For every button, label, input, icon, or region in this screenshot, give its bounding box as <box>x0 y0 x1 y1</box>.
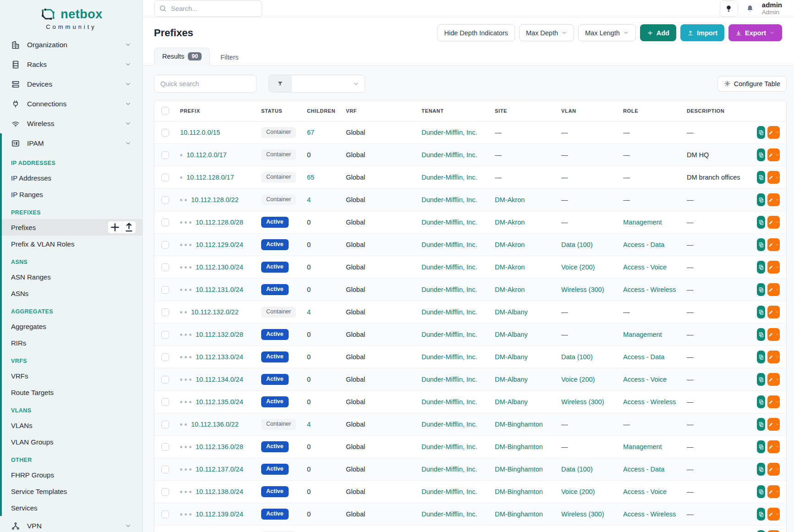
vlan-link[interactable]: Voice (200) <box>561 263 595 271</box>
column-header-children[interactable]: CHILDREN <box>302 100 341 121</box>
filter-funnel-button[interactable] <box>269 75 291 92</box>
edit-button[interactable] <box>767 126 780 139</box>
prefix-link[interactable]: 10.112.0.0/17 <box>186 151 227 159</box>
children-count-link[interactable]: 67 <box>307 129 314 136</box>
column-header-role[interactable]: ROLE <box>619 100 682 121</box>
role-link[interactable]: Access - Data <box>623 353 664 361</box>
site-link[interactable]: DM-Albany <box>495 308 528 316</box>
sidebar-item-ipam[interactable]: IPAM <box>2 133 142 153</box>
theme-toggle-button[interactable] <box>720 0 738 17</box>
clone-button[interactable] <box>757 373 765 386</box>
column-header-vrf[interactable]: VRF <box>341 100 417 121</box>
tab-results[interactable]: Results 90 <box>154 48 210 66</box>
clone-button[interactable] <box>757 463 765 476</box>
row-checkbox[interactable] <box>161 151 169 159</box>
children-count-link[interactable]: 4 <box>307 308 311 316</box>
role-link[interactable]: Access - Wireless <box>623 510 676 518</box>
site-link[interactable]: DM-Akron <box>495 241 525 248</box>
sidebar-item-ip-addresses[interactable]: IP Addresses <box>2 170 142 186</box>
column-header-description[interactable]: DESCRIPTION <box>682 100 752 121</box>
tenant-link[interactable]: Dunder-Mifflin, Inc. <box>422 443 477 450</box>
edit-button[interactable] <box>767 395 780 408</box>
sidebar-item-prefixes[interactable]: Prefixes <box>2 219 142 236</box>
prefix-link[interactable]: 10.112.133.0/24 <box>196 353 243 361</box>
edit-button[interactable] <box>767 485 780 498</box>
sidebar-item-ip-ranges[interactable]: IP Ranges <box>2 186 142 203</box>
edit-button[interactable] <box>767 351 780 363</box>
sidebar-item-aggregates[interactable]: Aggregates <box>2 318 142 335</box>
prefix-link[interactable]: 10.112.129.0/24 <box>196 241 243 248</box>
prefix-link[interactable]: 10.112.136.0/28 <box>196 443 243 450</box>
row-checkbox[interactable] <box>161 219 169 226</box>
row-checkbox[interactable] <box>161 466 169 473</box>
edit-button[interactable] <box>767 463 780 476</box>
row-checkbox[interactable] <box>161 488 169 496</box>
tenant-link[interactable]: Dunder-Mifflin, Inc. <box>422 376 477 383</box>
tenant-link[interactable]: Dunder-Mifflin, Inc. <box>422 308 477 316</box>
user-menu[interactable]: admin Admin <box>762 1 782 16</box>
vlan-link[interactable]: Data (100) <box>561 466 593 473</box>
site-link[interactable]: DM-Akron <box>495 263 525 271</box>
edit-button[interactable] <box>767 193 780 206</box>
site-link[interactable]: DM-Binghamton <box>495 510 543 518</box>
row-checkbox[interactable] <box>161 241 169 249</box>
clone-button[interactable] <box>757 148 765 161</box>
row-checkbox[interactable] <box>161 443 169 451</box>
add-button[interactable]: Add <box>640 24 676 41</box>
row-checkbox[interactable] <box>161 308 169 316</box>
site-link[interactable]: DM-Albany <box>495 331 528 338</box>
prefix-link[interactable]: 10.112.128.0/17 <box>186 174 234 181</box>
prefix-link[interactable]: 10.112.131.0/24 <box>196 286 243 293</box>
row-checkbox[interactable] <box>161 263 169 271</box>
site-link[interactable]: DM-Albany <box>495 376 528 383</box>
prefix-link[interactable]: 10.112.138.0/24 <box>196 488 243 495</box>
sidebar-item-rirs[interactable]: RIRs <box>2 335 142 351</box>
edit-button[interactable] <box>767 440 780 453</box>
sidebar-item-asns[interactable]: ASNs <box>2 285 142 302</box>
vlan-link[interactable]: Data (100) <box>561 353 593 361</box>
role-link[interactable]: Access - Voice <box>623 376 667 383</box>
clone-button[interactable] <box>757 508 765 521</box>
clone-button[interactable] <box>757 306 765 318</box>
tenant-link[interactable]: Dunder-Mifflin, Inc. <box>422 286 477 293</box>
tenant-link[interactable]: Dunder-Mifflin, Inc. <box>422 510 477 518</box>
import-prefix-button[interactable] <box>122 221 136 233</box>
brand[interactable]: netbox Community <box>0 0 142 35</box>
prefix-link[interactable]: 10.112.0.0/15 <box>180 129 220 136</box>
vlan-link[interactable]: Voice (200) <box>561 488 595 495</box>
edit-button[interactable] <box>767 306 780 318</box>
role-link[interactable]: Management <box>623 331 662 338</box>
sidebar-item-vpn[interactable]: VPN <box>0 516 142 532</box>
row-checkbox[interactable] <box>161 196 169 204</box>
sidebar-item-organization[interactable]: Organization <box>0 35 142 55</box>
column-header-status[interactable]: STATUS <box>257 100 302 121</box>
hide-depth-indicators-button[interactable]: Hide Depth Indicators <box>437 24 515 41</box>
edit-button[interactable] <box>767 283 780 296</box>
role-link[interactable]: Access - Wireless <box>623 286 676 293</box>
prefix-link[interactable]: 10.112.132.0/22 <box>191 308 239 316</box>
column-header-vlan[interactable]: VLAN <box>557 100 619 121</box>
sidebar-item-prefix-vlan-roles[interactable]: Prefix & VLAN Roles <box>2 236 142 252</box>
site-link[interactable]: DM-Albany <box>495 353 528 361</box>
sidebar-item-services[interactable]: Services <box>2 499 142 516</box>
children-count-link[interactable]: 4 <box>307 421 311 428</box>
clone-button[interactable] <box>757 530 765 532</box>
row-checkbox[interactable] <box>161 421 169 428</box>
clone-button[interactable] <box>757 216 765 229</box>
clone-button[interactable] <box>757 171 765 184</box>
sidebar-item-racks[interactable]: Racks <box>0 55 142 74</box>
edit-button[interactable] <box>767 148 780 161</box>
children-count-link[interactable]: 65 <box>307 174 314 181</box>
prefix-link[interactable]: 10.112.130.0/24 <box>196 263 243 271</box>
tenant-link[interactable]: Dunder-Mifflin, Inc. <box>422 331 477 338</box>
vlan-link[interactable]: Wireless (300) <box>561 510 604 518</box>
clone-button[interactable] <box>757 351 765 363</box>
global-search-input[interactable] <box>154 0 262 17</box>
sidebar-item-devices[interactable]: Devices <box>0 74 142 94</box>
tenant-link[interactable]: Dunder-Mifflin, Inc. <box>422 219 477 226</box>
prefix-link[interactable]: 10.112.134.0/24 <box>196 376 243 383</box>
sidebar-item-fhrp-groups[interactable]: FHRP Groups <box>2 466 142 483</box>
clone-button[interactable] <box>757 485 765 498</box>
row-checkbox[interactable] <box>161 174 169 181</box>
prefix-link[interactable]: 10.112.128.0/22 <box>191 196 239 203</box>
